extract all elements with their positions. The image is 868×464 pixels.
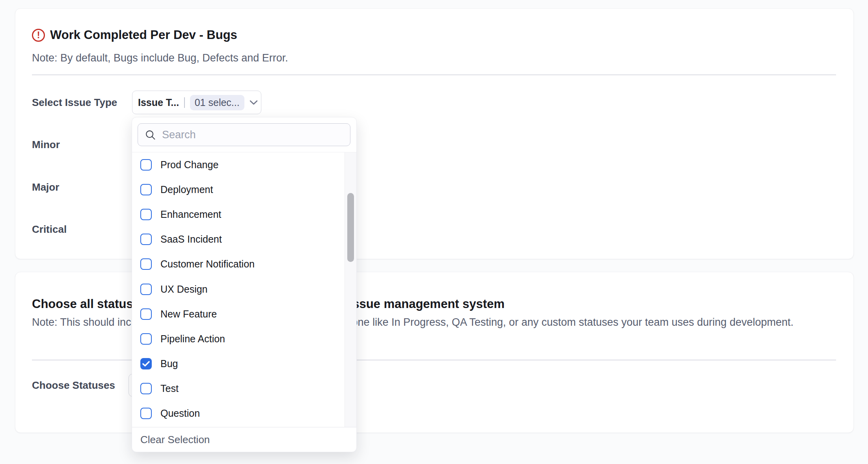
search-input[interactable] [162,129,343,141]
dropdown-option[interactable]: Question [132,401,356,426]
separator [184,97,185,108]
search-box[interactable] [138,123,350,146]
checkbox-checked[interactable] [140,358,152,369]
option-label: Test [160,383,179,394]
checkbox-unchecked[interactable] [140,159,152,171]
option-label: Enhancement [160,209,221,220]
severity-label-major: Major [32,181,59,193]
checkbox-unchecked[interactable] [140,234,152,245]
checkbox-unchecked[interactable] [140,209,152,220]
dropdown-option-list: Prod ChangeDeploymentEnhancementSaaS Inc… [132,152,356,427]
option-label: SaaS Incident [160,234,222,245]
dropdown-option[interactable]: UX Design [132,277,356,301]
dropdown-option[interactable]: Enhancement [132,202,356,227]
option-label: New Feature [160,308,217,320]
dropdown-option[interactable]: Bug [132,351,356,376]
dropdown-option[interactable]: Test [132,376,356,401]
checkbox-unchecked[interactable] [140,408,152,419]
choose-statuses-label: Choose Statuses [32,379,115,391]
checkmark-icon [142,361,150,367]
dropdown-option[interactable]: Deployment [132,177,356,202]
option-label: Customer Notification [160,258,255,270]
severity-label-critical: Critical [32,223,67,235]
dropdown-option[interactable]: Customer Notification [132,252,356,277]
option-label: Bug [160,358,178,369]
search-icon [145,129,156,141]
checkbox-unchecked[interactable] [140,284,152,295]
scrollbar-thumb[interactable] [347,193,354,262]
scrollbar-track[interactable] [345,152,356,427]
selected-count-badge: 01 selec... [190,95,244,110]
card-note: Note: By default, Bugs include Bug, Defe… [32,50,288,67]
alert-circle-icon: ! [32,29,45,42]
issue-type-button-label: Issue T... [138,97,179,108]
option-label: Pipeline Action [160,333,225,345]
checkbox-unchecked[interactable] [140,184,152,195]
option-label: UX Design [160,284,208,295]
clear-selection-button[interactable]: Clear Selection [140,434,210,446]
divider [32,74,836,75]
card-title-row: ! Work Completed Per Dev - Bugs [32,27,237,43]
option-label: Question [160,408,200,419]
issue-type-select-button[interactable]: Issue T... 01 selec... [132,91,261,114]
dropdown-option[interactable]: SaaS Incident [132,227,356,252]
option-label: Prod Change [160,159,218,171]
checkbox-unchecked[interactable] [140,258,152,270]
dropdown-option[interactable]: New Feature [132,302,356,327]
option-label: Deployment [160,184,213,195]
severity-label-minor: Minor [32,139,60,150]
dropdown-option[interactable]: Prod Change [132,152,356,177]
dropdown-option[interactable]: Pipeline Action [132,327,356,351]
checkbox-unchecked[interactable] [140,333,152,345]
settings-page: { "card1": { "title": "Work Completed Pe… [0,0,868,464]
issue-type-dropdown-panel: Prod ChangeDeploymentEnhancementSaaS Inc… [132,117,357,452]
select-issue-type-label: Select Issue Type [32,97,117,108]
checkbox-unchecked[interactable] [140,308,152,320]
dropdown-search-section [132,117,356,152]
dropdown-footer: Clear Selection [132,427,356,452]
checkbox-unchecked[interactable] [140,383,152,394]
card-title: Work Completed Per Dev - Bugs [50,27,237,43]
chevron-down-icon [250,100,258,105]
